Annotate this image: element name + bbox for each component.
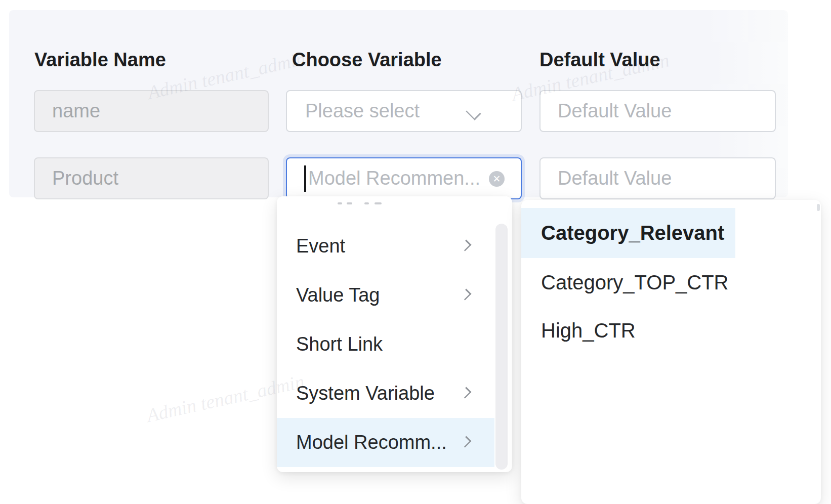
option-label: Short Link [296,320,383,369]
cascader-menu-level1: Event Value Tag Short Link System Variab… [277,196,512,472]
chevron-right-icon [461,290,472,301]
cascader-option-value-tag[interactable]: Value Tag [277,271,494,320]
clear-selection-icon[interactable]: ✕ [489,171,505,187]
clipped-item-fragment [375,202,382,204]
choose-variable-select-row1[interactable]: Please select [286,90,522,132]
variable-form-panel: Variable Name Choose Variable Default Va… [9,10,788,197]
column-header-variable-name: Variable Name [34,49,166,71]
column-header-choose-variable: Choose Variable [292,49,442,71]
choose-variable-select-row2-focused[interactable]: Model Recommen... ✕ [286,157,522,199]
chevron-right-icon [461,437,472,448]
option-label: Value Tag [296,271,380,320]
variable-settings-screen: Variable Name Choose Variable Default Va… [0,0,831,504]
option-label: Model Recomm... [296,418,447,467]
cascader-option-category-top-ctr[interactable]: Category_TOP_CTR [521,258,735,307]
dropdown-scrollbar-thumb[interactable] [495,224,508,470]
chevron-right-icon [461,241,472,252]
default-value-input-row1[interactable] [539,90,776,132]
default-value-input-row2[interactable] [539,157,776,199]
clipped-item-fragment [338,202,342,204]
clipped-item-fragment [364,202,369,204]
cascader-option-system-variable[interactable]: System Variable [277,369,494,418]
submenu-scrollbar-thumb[interactable] [817,204,820,211]
option-label: System Variable [296,369,435,418]
column-header-default-value: Default Value [539,49,660,71]
cascader-option-event[interactable]: Event [277,222,494,271]
option-label: Category_TOP_CTR [541,258,729,307]
select-placeholder: Please select [305,91,420,131]
clipped-item-fragment [347,202,352,204]
cascader-option-model-recommendation-active[interactable]: Model Recomm... [277,418,494,467]
cascader-option-short-link[interactable]: Short Link [277,320,494,369]
text-cursor [304,165,306,192]
option-label: Category_Relevant [541,208,724,258]
chevron-right-icon [461,388,472,399]
select-current-value: Model Recommen... [308,158,480,198]
cascader-menu-level2: Category_Relevant Category_TOP_CTR High_… [521,200,821,504]
chevron-down-icon [465,105,482,115]
cascader-option-category-relevant-active[interactable]: Category_Relevant [521,208,735,258]
cascader-option-high-ctr[interactable]: High_CTR [521,306,735,355]
variable-name-input-row1[interactable] [34,90,269,132]
variable-name-input-row2[interactable] [34,157,269,199]
option-label: High_CTR [541,306,636,355]
option-label: Event [296,222,345,271]
